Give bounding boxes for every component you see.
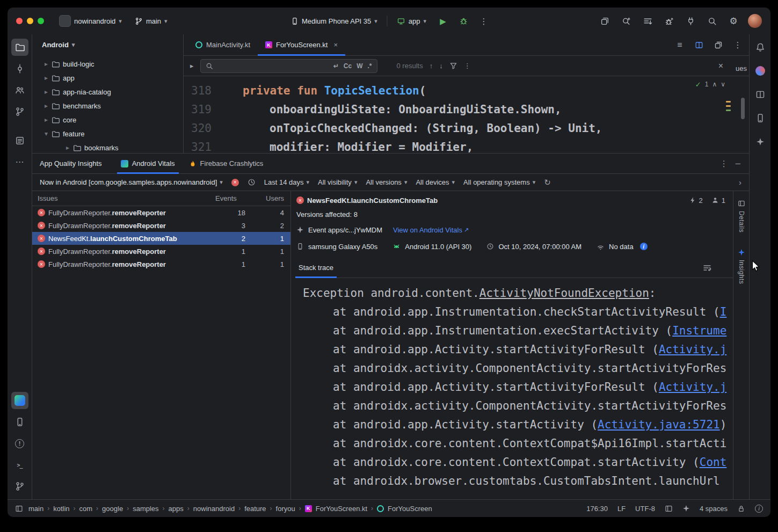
find-field[interactable]: ↵ Cc W .* xyxy=(200,59,377,73)
column-users[interactable]: Users xyxy=(245,194,284,202)
side-tab-insights[interactable]: Insights xyxy=(738,249,745,284)
stack-frame[interactable]: at android.app.Instrumentation.execStart… xyxy=(303,322,733,340)
breadcrumb[interactable]: com xyxy=(79,505,93,513)
stack-frame[interactable]: at androidx.activity.ComponentActivity.s… xyxy=(303,397,733,416)
devices-filter[interactable]: All devices ▾ xyxy=(416,178,455,186)
update-list-icon[interactable] xyxy=(641,14,655,28)
stack-frame[interactable]: at android.app.Activity.startActivity (A… xyxy=(303,416,733,434)
breadcrumb[interactable]: main xyxy=(28,505,43,513)
indent-setting[interactable]: 4 spaces xyxy=(700,505,728,513)
stack-frame[interactable]: at androidx.core.content.ContextCompat.s… xyxy=(303,453,733,472)
next-match-icon[interactable]: ↓ xyxy=(439,62,443,69)
device-mirroring-icon[interactable] xyxy=(598,14,612,28)
issue-row[interactable]: FullyDrawnReporter.removeReporter 3 2 xyxy=(32,219,290,232)
more-options-icon[interactable]: ⋮ xyxy=(720,159,728,167)
ai-debug-icon[interactable] xyxy=(662,14,676,28)
zoom-window-button[interactable] xyxy=(38,18,44,24)
fatal-filter-icon[interactable] xyxy=(231,179,239,186)
inspections-widget[interactable]: ✓ 1 ∧ ∨ xyxy=(695,81,725,88)
editor-layout-icon[interactable] xyxy=(665,505,673,513)
issue-row[interactable]: FullyDrawnReporter.removeReporter 1 1 xyxy=(32,258,290,271)
device-manager-tool-button[interactable] xyxy=(752,110,769,127)
more-tool-windows-button[interactable]: ⋯ xyxy=(11,154,28,171)
editor-layout-icon[interactable] xyxy=(711,38,725,52)
line-number[interactable]: 318 xyxy=(184,82,212,100)
tab-stack-trace[interactable]: Stack trace xyxy=(295,258,337,278)
breadcrumb[interactable]: feature xyxy=(244,505,266,513)
breadcrumb[interactable]: foryou xyxy=(276,505,295,513)
caret-position[interactable]: 176:30 xyxy=(586,505,608,513)
close-find-bar-icon[interactable]: × xyxy=(718,62,723,70)
tab-android-vitals[interactable]: Android Vitals xyxy=(114,154,182,173)
stack-frame[interactable]: at android.app.Activity.startActivityFor… xyxy=(303,340,733,359)
line-number[interactable]: 319 xyxy=(184,100,212,119)
tree-item-app[interactable]: ▸ app xyxy=(32,71,183,85)
column-issues[interactable]: Issues xyxy=(38,194,215,202)
previous-match-icon[interactable]: ↑ xyxy=(430,62,433,69)
line-separator[interactable]: LF xyxy=(617,505,626,513)
settings-gear-icon[interactable]: ⚙ xyxy=(726,14,740,28)
match-case-toggle[interactable]: Cc xyxy=(344,62,352,70)
view-on-android-vitals-link[interactable]: View on Android Vitals ↗ xyxy=(393,226,469,234)
expand-search-options-icon[interactable]: ▸ xyxy=(190,62,194,69)
minimize-window-button[interactable] xyxy=(27,18,33,24)
os-filter[interactable]: All operating systems ▾ xyxy=(463,178,535,186)
soft-wrap-icon[interactable] xyxy=(703,264,711,272)
app-filter[interactable]: Now in Android [com.google.samples.apps.… xyxy=(40,178,223,186)
tab-firebase-crashlytics[interactable]: Firebase Crashlytics xyxy=(182,154,271,173)
debug-button[interactable] xyxy=(456,14,470,28)
close-tab-icon[interactable]: × xyxy=(333,41,338,48)
tree-item-benchmarks[interactable]: ▸ benchmarks xyxy=(32,99,183,113)
breadcrumb[interactable]: google xyxy=(102,505,123,513)
lock-icon[interactable] xyxy=(737,505,745,513)
scroll-filters-right-icon[interactable]: › xyxy=(739,178,741,186)
issues-tab-partial-label[interactable]: ues xyxy=(736,64,747,72)
stack-frame[interactable]: at androidx.browser.customtabs.CustomTab… xyxy=(303,472,733,491)
stack-frame[interactable]: Exception android.content.ActivityNotFou… xyxy=(303,284,733,303)
side-tab-details[interactable]: Details xyxy=(738,200,745,232)
notifications-tool-button[interactable] xyxy=(752,39,769,56)
search-everywhere-icon[interactable] xyxy=(705,14,719,28)
more-search-options-icon[interactable]: ⋮ xyxy=(464,62,471,69)
regex-toggle[interactable]: .* xyxy=(368,62,372,70)
ai-search-icon[interactable] xyxy=(619,14,633,28)
versions-filter[interactable]: All versions ▾ xyxy=(366,178,407,186)
whole-words-toggle[interactable]: W xyxy=(357,62,362,70)
file-encoding[interactable]: UTF-8 xyxy=(635,505,655,513)
ai-spark-icon[interactable] xyxy=(682,505,690,512)
terminal-tool-button[interactable]: >_ xyxy=(11,456,28,473)
tree-item-bookmarks[interactable]: ▸ bookmarks xyxy=(32,141,183,153)
editor-list-icon[interactable]: ≡ xyxy=(673,38,687,52)
run-button[interactable]: ▶ xyxy=(436,14,450,28)
logcat-tool-button[interactable] xyxy=(11,413,28,431)
project-tool-button[interactable] xyxy=(11,39,28,56)
more-editor-options-icon[interactable]: ⋮ xyxy=(731,38,745,52)
breadcrumb[interactable]: nowinandroid xyxy=(193,505,235,513)
gemini-tool-button[interactable] xyxy=(752,62,769,79)
column-events[interactable]: Events xyxy=(215,194,245,202)
minimize-panel-icon[interactable]: ─ xyxy=(736,160,740,167)
running-devices-tool-button[interactable] xyxy=(752,86,769,103)
user-avatar[interactable] xyxy=(748,14,762,28)
next-problem-icon[interactable]: ∨ xyxy=(721,81,725,88)
editor-scrollbar[interactable] xyxy=(741,98,745,119)
breadcrumb[interactable]: apps xyxy=(169,505,184,513)
previous-problem-icon[interactable]: ∧ xyxy=(712,81,717,88)
newline-icon[interactable]: ↵ xyxy=(333,63,339,69)
device-selector[interactable]: Medium Phone API 35 ▾ xyxy=(287,15,381,27)
filter-search-icon[interactable] xyxy=(449,62,457,70)
pull-requests-tool-button[interactable] xyxy=(11,82,28,99)
panel-title[interactable]: App Quality Insights xyxy=(40,159,102,167)
vcs-tool-button[interactable] xyxy=(11,103,28,120)
tree-item-build-logic[interactable]: ▸ build-logic xyxy=(32,57,183,71)
run-configuration-selector[interactable]: app ▾ xyxy=(394,15,430,27)
code-editor[interactable]: 318private fun TopicSelection( 319onboar… xyxy=(184,76,749,153)
refresh-icon[interactable]: ↻ xyxy=(544,178,551,186)
stack-frame[interactable]: at androidx.core.content.ContextCompat$A… xyxy=(303,434,733,453)
ai-assistant-tool-button[interactable] xyxy=(752,133,769,150)
line-number[interactable]: 320 xyxy=(184,119,212,138)
stack-frame[interactable]: at android.app.Activity.startActivityFor… xyxy=(303,378,733,397)
device-explorer-tool-button[interactable] xyxy=(11,132,28,149)
tree-item-app-nia-catalog[interactable]: ▸ app-nia-catalog xyxy=(32,85,183,99)
app-quality-insights-tool-button[interactable] xyxy=(11,392,28,409)
